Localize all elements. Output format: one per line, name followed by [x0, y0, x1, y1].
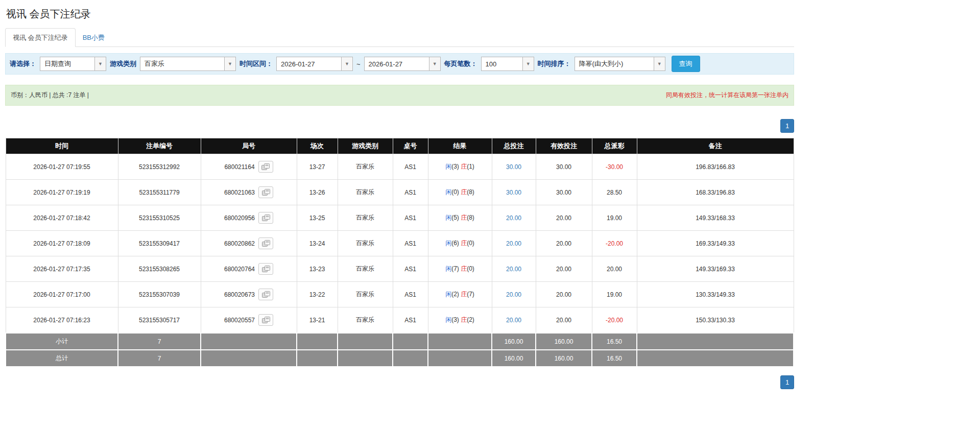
chevron-down-icon[interactable]: ▼: [341, 57, 352, 70]
cell-bet-id: 523155310525: [118, 205, 201, 231]
game-type-select[interactable]: 百家乐 ▼: [140, 57, 236, 71]
cell-note: 168.33/196.83: [637, 180, 794, 205]
pagination-page-button[interactable]: 1: [780, 119, 794, 133]
time-sort-select[interactable]: 降幂(由大到小) ▼: [575, 57, 665, 71]
cell-payout: 19.00: [592, 205, 637, 231]
cell-bet-id: 523155308265: [118, 256, 201, 282]
cell-result: 闲(7) 庄(0): [428, 256, 492, 282]
footer-cell: 7: [118, 333, 201, 350]
round-replay-button[interactable]: [258, 212, 273, 224]
cell-payout: 20.00: [592, 256, 637, 282]
tab-betting-records[interactable]: 视讯 会员下注纪录: [5, 28, 76, 47]
total-bet-link[interactable]: 30.00: [506, 189, 521, 196]
cell-session: 13-22: [297, 282, 338, 307]
footer-cell: 160.00: [492, 350, 536, 367]
chevron-down-icon[interactable]: ▼: [522, 57, 534, 70]
per-page-value: 100: [482, 57, 522, 70]
result-banker: 庄: [461, 214, 467, 221]
round-replay-button[interactable]: [258, 237, 273, 249]
filter-bar: 请选择： 日期查询 ▼ 游戏类别 百家乐 ▼ 时间区间： 2026-01-27 …: [5, 53, 794, 75]
cell-total-bet[interactable]: 30.00: [492, 154, 536, 180]
cell-total-bet[interactable]: 20.00: [492, 307, 536, 333]
cell-total-bet[interactable]: 30.00: [492, 180, 536, 205]
summary-bar: 币别：人民币 | 总共 :7 注单 | 同局有效投注，统一计算在该局第一张注单内: [5, 85, 794, 106]
cell-round-id: 680020557: [201, 307, 297, 333]
result-player-score: (2): [451, 291, 459, 298]
cell-valid-bet: 20.00: [536, 231, 592, 256]
round-replay-button[interactable]: [258, 289, 273, 300]
cell-result: 闲(0) 庄(8): [428, 180, 492, 205]
round-replay-button[interactable]: [258, 161, 273, 173]
column-header: 注单编号: [118, 138, 201, 154]
round-replay-button[interactable]: [258, 263, 273, 275]
cell-payout: -20.00: [592, 307, 637, 333]
chevron-down-icon[interactable]: ▼: [224, 57, 235, 70]
game-type-label: 游戏类别: [110, 59, 136, 68]
result-player: 闲: [445, 188, 451, 196]
cell-result: 闲(2) 庄(7): [428, 282, 492, 307]
summary-note: 同局有效投注，统一计算在该局第一张注单内: [666, 91, 788, 100]
pagination-page-button[interactable]: 1: [780, 375, 794, 389]
cell-total-bet[interactable]: 20.00: [492, 282, 536, 307]
cell-valid-bet: 20.00: [536, 256, 592, 282]
cell-table-no: AS1: [393, 205, 428, 231]
cell-note: 150.33/130.33: [637, 307, 794, 333]
total-bet-link[interactable]: 20.00: [506, 291, 521, 298]
result-player: 闲: [445, 316, 451, 323]
cell-payout: -30.00: [592, 154, 637, 180]
result-player: 闲: [445, 240, 451, 247]
result-banker-score: (8): [467, 188, 474, 196]
result-player: 闲: [445, 291, 451, 298]
table-row: 2026-01-27 07:17:35523155308265680020764…: [6, 256, 794, 282]
subtotal-row: 小计7160.00160.0016.50: [6, 333, 794, 350]
result-banker-score: (1): [467, 163, 474, 170]
chevron-down-icon[interactable]: ▼: [94, 57, 106, 70]
result-player: 闲: [445, 265, 451, 272]
round-id-text: 680020557: [224, 317, 255, 324]
cell-total-bet[interactable]: 20.00: [492, 231, 536, 256]
pagination-bottom: 1: [5, 375, 794, 389]
cell-total-bet[interactable]: 20.00: [492, 256, 536, 282]
cell-round-id: 680020862: [201, 231, 297, 256]
column-header: 总派彩: [592, 138, 637, 154]
cell-note: 149.33/169.33: [637, 256, 794, 282]
replay-cards-icon: [262, 317, 270, 323]
search-button[interactable]: 查询: [672, 56, 700, 72]
date-from-select[interactable]: 2026-01-27 ▼: [276, 57, 353, 71]
cell-table-no: AS1: [393, 256, 428, 282]
time-sort-value: 降幂(由大到小): [575, 57, 654, 70]
cell-result: 闲(6) 庄(0): [428, 231, 492, 256]
cell-game-type: 百家乐: [338, 231, 393, 256]
page-title: 视讯 会员下注纪录: [6, 7, 794, 21]
per-page-select[interactable]: 100 ▼: [481, 57, 534, 71]
query-type-select[interactable]: 日期查询 ▼: [40, 57, 106, 71]
footer-cell: [297, 350, 338, 367]
total-bet-link[interactable]: 20.00: [506, 240, 521, 247]
chevron-down-icon[interactable]: ▼: [654, 57, 665, 70]
cell-session: 13-26: [297, 180, 338, 205]
cell-note: 149.33/168.33: [637, 205, 794, 231]
total-bet-link[interactable]: 20.00: [506, 317, 521, 324]
replay-cards-icon: [261, 163, 270, 170]
cell-session: 13-23: [297, 256, 338, 282]
round-replay-button[interactable]: [258, 314, 273, 326]
chevron-down-icon[interactable]: ▼: [429, 57, 440, 70]
cell-game-type: 百家乐: [338, 307, 393, 333]
cell-total-bet[interactable]: 20.00: [492, 205, 536, 231]
result-player: 闲: [445, 163, 451, 170]
cell-note: 130.33/149.33: [637, 282, 794, 307]
result-banker: 庄: [461, 163, 467, 170]
total-bet-link[interactable]: 30.00: [506, 163, 521, 171]
cell-session: 13-24: [297, 231, 338, 256]
total-bet-link[interactable]: 20.00: [506, 266, 521, 273]
cell-table-no: AS1: [393, 282, 428, 307]
total-bet-link[interactable]: 20.00: [506, 214, 521, 222]
round-replay-button[interactable]: [258, 186, 273, 198]
footer-cell: 总计: [6, 350, 118, 367]
cell-bet-id: 523155309417: [118, 231, 201, 256]
date-to-select[interactable]: 2026-01-27 ▼: [364, 57, 441, 71]
footer-cell: [338, 333, 393, 350]
table-row: 2026-01-27 07:17:00523155307039680020673…: [6, 282, 794, 307]
footer-cell: [428, 333, 492, 350]
tab-bb-tip[interactable]: BB小费: [76, 29, 112, 46]
